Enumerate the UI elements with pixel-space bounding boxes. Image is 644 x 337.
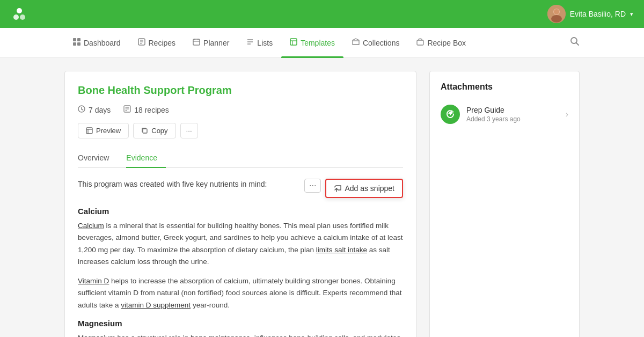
collections-icon [352, 38, 360, 47]
nav-item-templates[interactable]: Templates [281, 28, 343, 58]
recipes-value: 18 recipes [134, 106, 169, 114]
main-content: Bone Health Support Program 7 days [0, 58, 644, 337]
clock-icon [78, 105, 85, 114]
tab-evidence[interactable]: Evidence [126, 149, 166, 167]
program-title: Bone Health Support Program [78, 84, 403, 97]
svg-rect-10 [77, 42, 80, 46]
svg-point-0 [17, 8, 22, 13]
link-magnesium[interactable]: Magnesium [78, 334, 115, 337]
svg-point-1 [13, 14, 19, 20]
attachments-title: Attachments [441, 82, 568, 92]
logo[interactable] [11, 5, 28, 23]
svg-rect-9 [73, 42, 76, 46]
recipes-icon [138, 38, 145, 47]
nav-label-templates: Templates [301, 39, 335, 47]
nav-item-collections[interactable]: Collections [343, 28, 408, 58]
add-snippet-button[interactable]: Add as snippet [325, 179, 403, 198]
svg-line-28 [576, 43, 579, 46]
svg-rect-26 [417, 40, 423, 45]
nav-label-collections: Collections [363, 39, 399, 47]
svg-rect-15 [193, 39, 200, 45]
meta-recipes: 18 recipes [123, 105, 169, 114]
dashboard-icon [73, 38, 80, 47]
preview-button[interactable]: Preview [78, 123, 129, 138]
nav-item-recipes[interactable]: Recipes [129, 28, 185, 58]
planner-icon [193, 38, 200, 47]
nav-label-dashboard: Dashboard [84, 39, 121, 47]
days-value: 7 days [89, 106, 111, 114]
secondary-nav: Dashboard Recipes Planner [0, 28, 644, 58]
section-text-calcium-1: Calcium is a mineral that is essential f… [78, 220, 403, 268]
attachment-item[interactable]: Prep Guide Added 3 years ago › [441, 100, 568, 128]
svg-line-31 [82, 109, 83, 111]
lists-icon [246, 38, 254, 47]
templates-icon [290, 38, 297, 47]
nav-label-planner: Planner [203, 39, 229, 47]
svg-rect-39 [143, 129, 147, 133]
program-meta: 7 days 18 recipes [78, 105, 403, 114]
nav-item-planner[interactable]: Planner [184, 28, 238, 58]
user-menu[interactable]: Evita Basilio, RD ▾ [547, 5, 633, 23]
evidence-more-button[interactable]: ··· [304, 179, 321, 193]
copy-icon [141, 127, 148, 134]
left-panel: Bone Health Support Program 7 days [64, 71, 416, 337]
content-tabs: Overview Evidence [78, 149, 403, 168]
evidence-header: This program was created with five key n… [78, 179, 403, 198]
preview-icon [86, 127, 93, 134]
link-salt-intake[interactable]: limits salt intake [316, 246, 367, 254]
link-vitamin-d-supplement[interactable]: vitamin D supplement [121, 301, 191, 309]
meta-days: 7 days [78, 105, 111, 114]
recipebox-icon [416, 38, 424, 47]
section-title-calcium: Calcium [78, 207, 403, 216]
nav-item-recipebox[interactable]: Recipe Box [408, 28, 474, 58]
svg-point-6 [554, 9, 559, 14]
snippet-icon [334, 185, 341, 192]
link-calcium[interactable]: Calcium [78, 222, 104, 230]
section-text-magnesium: Magnesium has a structural role in bone … [78, 332, 403, 337]
svg-rect-36 [86, 128, 92, 134]
svg-point-5 [551, 15, 562, 23]
search-icon[interactable] [570, 36, 580, 49]
avatar [547, 5, 566, 23]
nav-item-dashboard[interactable]: Dashboard [64, 28, 129, 58]
chevron-down-icon: ▾ [630, 11, 633, 18]
nav-item-lists[interactable]: Lists [238, 28, 281, 58]
attachment-name: Prep Guide [466, 106, 559, 114]
evidence-intro: This program was created with five key n… [78, 179, 267, 190]
topbar: Evita Basilio, RD ▾ [0, 0, 644, 28]
svg-rect-8 [77, 38, 80, 41]
program-actions: Preview Copy ··· [78, 123, 403, 138]
nav-label-recipes: Recipes [149, 39, 176, 47]
svg-rect-22 [290, 39, 297, 45]
user-name: Evita Basilio, RD [570, 10, 626, 18]
link-bone-maintenance[interactable]: bone maintenance [191, 334, 250, 337]
chevron-right-icon: › [566, 109, 568, 119]
nav-label-recipebox: Recipe Box [427, 39, 466, 47]
more-actions-button[interactable]: ··· [180, 123, 198, 138]
tab-overview[interactable]: Overview [78, 149, 118, 167]
svg-point-2 [20, 14, 25, 20]
attachment-info: Prep Guide Added 3 years ago [466, 106, 559, 123]
recipes-meta-icon [123, 105, 131, 114]
section-title-magnesium: Magnesium [78, 319, 403, 328]
attachment-icon [441, 105, 460, 124]
nav-label-lists: Lists [257, 39, 273, 47]
section-text-calcium-2: Vitamin D helps to increase the absorpti… [78, 275, 403, 311]
right-panel: Attachments Prep Guide Added 3 years ago… [429, 71, 580, 337]
svg-rect-7 [73, 38, 76, 41]
copy-button[interactable]: Copy [133, 123, 175, 138]
link-vitamin-d[interactable]: Vitamin D [78, 277, 109, 285]
attachment-date: Added 3 years ago [466, 115, 559, 123]
